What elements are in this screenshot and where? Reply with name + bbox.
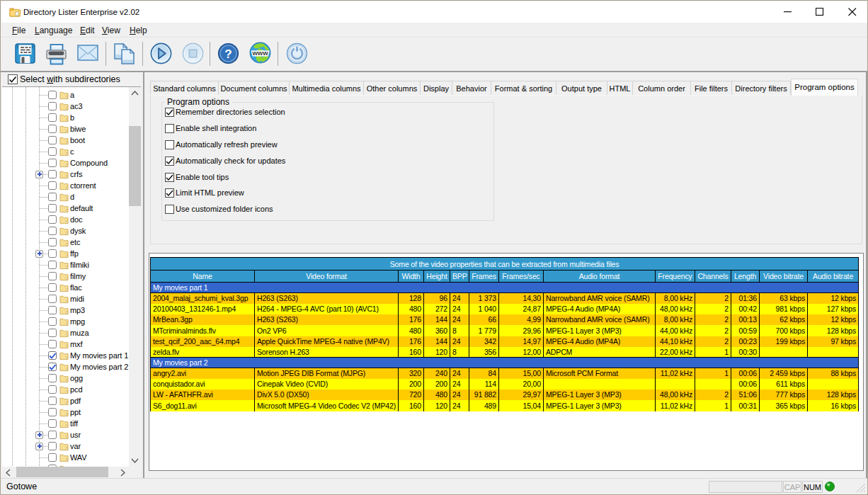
svg-text:?: ?	[224, 47, 232, 61]
svg-text:www: www	[251, 49, 268, 57]
